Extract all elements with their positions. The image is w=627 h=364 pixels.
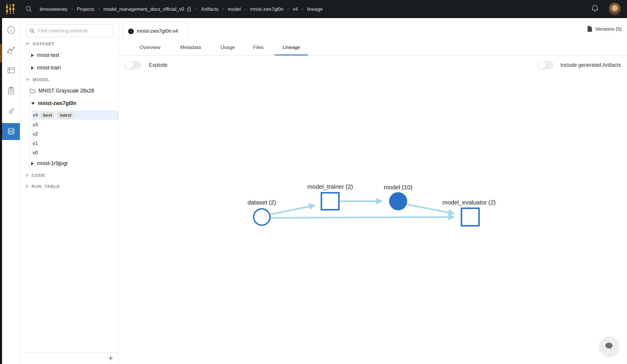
node-model-trainer[interactable] (321, 193, 339, 210)
wandb-logo-dots (4, 3, 16, 15)
version-row-v3[interactable]: v3 (33, 120, 38, 130)
version-row-v1[interactable]: v1 (33, 139, 38, 148)
breadcrumb-version[interactable]: v4 (293, 6, 298, 12)
chevron-right-icon (26, 184, 28, 188)
folder-icon (30, 88, 36, 93)
section-label: RUN_TABLE (32, 184, 60, 189)
versions-button[interactable]: Versions (5) (587, 26, 622, 32)
search-input[interactable] (37, 28, 109, 34)
sidebar-section-code[interactable]: CODE (26, 173, 45, 178)
tree-item-label: mnist-test (37, 52, 59, 58)
version-label: v4 (33, 112, 38, 118)
edge-model-to-evaluator (407, 204, 454, 214)
sidebar-divider (20, 352, 119, 353)
version-label: v3 (33, 122, 38, 127)
breadcrumb-separator: › (71, 6, 73, 12)
node-label-model-trainer: model_trainer (2) (307, 183, 353, 190)
rail-item-tables[interactable] (2, 62, 20, 79)
tab-usage[interactable]: Usage (220, 40, 235, 55)
badge-best: best (40, 112, 55, 118)
version-label: v1 (33, 141, 38, 146)
rail-item-reports[interactable] (2, 82, 20, 99)
chevron-down-icon (26, 78, 29, 81)
caret-right-icon (31, 162, 34, 165)
section-label: DATASET (33, 41, 54, 46)
breadcrumb: timssweeney › Projects › model_managemen… (40, 6, 323, 12)
version-row-v0[interactable]: v0 (33, 148, 38, 158)
database-icon (7, 127, 15, 136)
line-chart-icon (7, 46, 15, 55)
sidebar-section-dataset[interactable]: DATASET (26, 41, 54, 46)
svg-text:i: i (10, 28, 11, 33)
caret-right-icon (31, 54, 34, 57)
breadcrumb-separator: › (302, 6, 303, 12)
breadcrumb-projects[interactable]: Projects (77, 6, 94, 12)
rail-item-artifacts[interactable] (2, 123, 20, 140)
icon-rail: i (2, 18, 20, 364)
tab-overview[interactable]: Overview (140, 40, 161, 55)
caret-down-icon (31, 102, 35, 105)
artifact-tab-title: mnist-zws7gt0n:v4 (137, 28, 178, 34)
breadcrumb-separator: › (287, 6, 289, 12)
node-label-model-evaluator: model_evaluator (2) (443, 199, 496, 206)
breadcrumb-separator: › (222, 6, 224, 12)
caret-right-icon (31, 66, 34, 70)
rail-item-charts[interactable] (2, 42, 20, 59)
badge-latest: latest (57, 112, 74, 118)
node-model-evaluator[interactable] (461, 208, 479, 226)
section-label: CODE (32, 173, 45, 178)
artifact-search-box[interactable] (26, 24, 113, 37)
rail-item-sweeps[interactable] (2, 103, 20, 120)
bell-icon[interactable] (591, 4, 599, 14)
version-row-v2[interactable]: v2 (33, 129, 38, 139)
sidebar-item-mnist-grayscale[interactable]: MNIST Grayscale 28x28 (30, 88, 94, 94)
tree-item-label: mnist-1r9jjogr (37, 160, 68, 167)
broom-icon (7, 107, 15, 116)
info-icon: i (128, 29, 134, 34)
table-icon (7, 66, 15, 75)
sidebar-section-run-table[interactable]: RUN_TABLE (26, 184, 60, 189)
sidebar-item-mnist-test[interactable]: mnist-test (31, 52, 59, 58)
version-row-v4[interactable]: v4 best latest (33, 110, 74, 120)
chevron-right-icon (26, 173, 28, 177)
tree-guide-line (29, 86, 30, 170)
top-nav-bar: timssweeney › Projects › model_managemen… (0, 0, 627, 18)
breadcrumb-separator: › (98, 6, 100, 12)
breadcrumb-project-name[interactable]: model_management_docs_official_v0 (103, 6, 184, 12)
sidebar-item-mnist-train[interactable]: mnist-train (31, 65, 61, 71)
rail-item-overview[interactable]: i (2, 22, 20, 38)
tree-guide-line (29, 50, 30, 74)
add-artifact-button[interactable]: + (108, 354, 113, 363)
node-dataset[interactable] (254, 209, 270, 225)
clipboard-icon (7, 86, 15, 95)
breadcrumb-artifact-type[interactable]: model (228, 6, 241, 12)
breadcrumb-artifact-name[interactable]: mnist-zws7gt0n (250, 6, 284, 12)
app-window: timssweeney › Projects › model_managemen… (0, 0, 627, 364)
sidebar-section-model[interactable]: MODEL (26, 77, 50, 82)
sidebar-item-mnist-1r9jjogr[interactable]: mnist-1r9jjogr (31, 160, 68, 167)
breadcrumb-separator: › (196, 6, 197, 12)
version-label: v0 (33, 150, 38, 155)
avatar[interactable] (608, 3, 621, 15)
edge-dataset-to-evaluator (270, 217, 454, 218)
search-icon[interactable] (25, 5, 33, 13)
artifact-version-tab[interactable]: i mnist-zws7gt0n:v4 (123, 22, 187, 40)
breadcrumb-artifacts[interactable]: Artifacts (201, 6, 219, 12)
section-label: MODEL (33, 77, 50, 82)
breadcrumb-user[interactable]: timssweeney (40, 6, 67, 12)
sidebar-item-mnist-zws7gt0n[interactable]: mnist-zws7gt0n (31, 100, 76, 106)
tab-metadata[interactable]: Metadata (180, 40, 201, 55)
help-chat-button[interactable] (599, 337, 619, 356)
wandb-logo[interactable] (4, 2, 17, 16)
tab-lineage[interactable]: Lineage (283, 40, 300, 55)
edge-dataset-to-trainer (271, 205, 315, 214)
version-label: v2 (33, 131, 38, 137)
breadcrumb-lineage[interactable]: lineage (307, 6, 323, 12)
tab-files[interactable]: Files (253, 40, 264, 55)
tree-item-label: mnist-train (37, 65, 61, 71)
chat-bubble-icon (604, 342, 614, 351)
node-label-model: model (10) (384, 184, 412, 190)
artifact-tabs: Overview Metadata Usage Files Lineage (119, 40, 627, 56)
info-icon: i (7, 26, 15, 34)
node-model[interactable] (389, 192, 407, 210)
